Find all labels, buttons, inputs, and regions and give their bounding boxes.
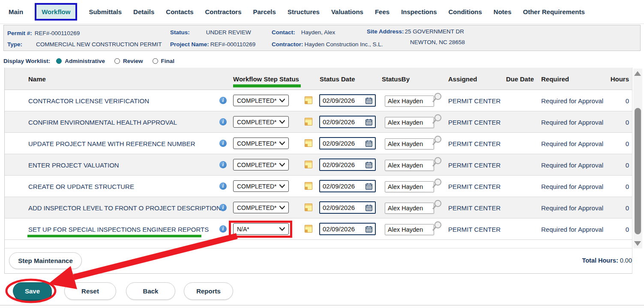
status-by-input[interactable]: Alex Hayden	[385, 160, 434, 171]
calendar-icon[interactable]	[365, 140, 372, 147]
status-date-input[interactable]: 02/09/2026	[319, 201, 376, 214]
tab-parcels[interactable]: Parcels	[253, 8, 276, 15]
info-icon[interactable]: i	[219, 204, 227, 211]
calendar-icon[interactable]	[365, 161, 372, 168]
assigned-value: PERMIT CENTER	[448, 161, 500, 169]
note-icon[interactable]	[305, 161, 312, 168]
note-icon[interactable]	[305, 96, 312, 104]
workflow-step-name: CREATE OR UPDATE STRUCTURE	[28, 183, 134, 190]
header-due-date: Due Date	[506, 75, 534, 83]
workflow-step-name: CONTRACTOR LICENSE VERIFICATION	[28, 97, 149, 105]
calendar-icon[interactable]	[365, 204, 372, 211]
status-date-input[interactable]: 02/09/2026	[319, 223, 376, 235]
search-icon[interactable]	[431, 221, 443, 232]
status-by-input[interactable]: Alex Hayden	[385, 224, 434, 235]
tab-structures[interactable]: Structures	[288, 8, 320, 15]
permit-info-panel: Permit #:REF#-000110269 Type:COMMERCIAL …	[3, 25, 641, 51]
note-icon[interactable]	[305, 225, 312, 233]
radio-button-icon[interactable]	[114, 58, 120, 64]
status-by-input[interactable]: Alex Hayden	[385, 96, 434, 107]
tab-inspections[interactable]: Inspections	[401, 8, 437, 15]
annotation-green-underline-header	[233, 84, 301, 87]
status-by-input[interactable]: Alex Hayden	[385, 138, 434, 150]
note-icon[interactable]	[305, 118, 312, 126]
status-by-input[interactable]: Alex Hayden	[385, 117, 434, 128]
reports-button[interactable]: Reports	[184, 282, 233, 300]
tab-conditions[interactable]: Conditions	[449, 8, 482, 15]
required-value: Required for Approval	[541, 97, 603, 105]
radio-button-icon[interactable]	[153, 58, 158, 64]
site-address-line2: NEWTON, NC 28658	[410, 39, 465, 45]
info-icon[interactable]: i	[219, 97, 227, 104]
back-button[interactable]: Back	[126, 282, 175, 300]
header-status-date: Status Date	[320, 75, 355, 83]
selected-status: COMPLETED*	[237, 161, 277, 168]
info-icon[interactable]: i	[219, 140, 227, 147]
workflow-step-status-select[interactable]: COMPLETED*	[233, 202, 289, 213]
tab-valuations[interactable]: Valuations	[331, 8, 363, 15]
status-date-input[interactable]: 02/09/2026	[319, 116, 376, 128]
status-date-input[interactable]: 02/09/2026	[319, 180, 376, 192]
status-date-input[interactable]: 02/09/2026	[319, 158, 376, 171]
permit-number-label: Permit #:	[7, 30, 32, 36]
workflow-step-status-select[interactable]: COMPLETED*	[233, 180, 289, 192]
scroll-down-icon[interactable]	[634, 241, 641, 246]
workflow-step-status-select[interactable]: COMPLETED*	[233, 138, 289, 149]
workflow-step-status-select[interactable]: COMPLETED*	[233, 159, 289, 170]
status-by-value: Alex Hayden	[388, 183, 423, 190]
required-value: Required for Approval	[541, 204, 603, 212]
scroll-up-icon[interactable]	[634, 71, 641, 76]
calendar-icon[interactable]	[365, 97, 372, 104]
save-button[interactable]: Save	[13, 282, 52, 300]
search-icon[interactable]	[431, 156, 443, 168]
note-icon[interactable]	[305, 139, 312, 147]
info-icon[interactable]: i	[219, 161, 227, 168]
calendar-icon[interactable]	[365, 226, 372, 233]
worklist-radio-administrative[interactable]: Administrative	[56, 58, 105, 64]
calendar-icon[interactable]	[365, 119, 372, 126]
scrollbar-thumb[interactable]	[635, 108, 641, 234]
status-date-input[interactable]: 02/09/2026	[319, 94, 376, 107]
vertical-scrollbar[interactable]	[633, 69, 642, 248]
tab-notes[interactable]: Notes	[494, 8, 512, 15]
worklist-radio-review[interactable]: Review	[114, 58, 143, 64]
tab-contractors[interactable]: Contractors	[205, 8, 241, 15]
tab-main[interactable]: Main	[9, 8, 23, 15]
note-icon[interactable]	[305, 182, 312, 190]
tab-submittals[interactable]: Submittals	[89, 8, 122, 15]
status-date-value: 02/09/2026	[323, 97, 355, 104]
tab-contacts[interactable]: Contacts	[166, 8, 193, 15]
search-icon[interactable]	[431, 114, 443, 125]
reset-button[interactable]: Reset	[64, 282, 116, 300]
note-fold	[305, 165, 308, 168]
worklist-radio-final[interactable]: Final	[153, 58, 175, 64]
tab-fees[interactable]: Fees	[375, 8, 389, 15]
status-date-input[interactable]: 02/09/2026	[319, 137, 376, 150]
search-icon[interactable]	[431, 92, 443, 104]
display-worklist-bar: Display Worklist: Administrative Review …	[3, 56, 184, 66]
note-fold	[305, 230, 308, 232]
info-icon[interactable]: i	[219, 182, 227, 190]
tab-details[interactable]: Details	[133, 8, 154, 15]
status-by-input[interactable]: Alex Hayden	[385, 181, 434, 192]
note-icon[interactable]	[305, 203, 312, 211]
tab-other-requirements[interactable]: Other Requirements	[523, 8, 585, 15]
selected-status: COMPLETED*	[237, 140, 277, 147]
calendar-icon[interactable]	[365, 183, 372, 190]
status-by-input[interactable]: Alex Hayden	[385, 203, 434, 214]
workflow-step-status-select[interactable]: COMPLETED*	[233, 95, 289, 106]
info-icon[interactable]: i	[219, 225, 227, 233]
workflow-step-status-select[interactable]: COMPLETED*	[233, 116, 289, 128]
step-maintenance-button[interactable]: Step Maintenance	[9, 252, 82, 269]
annotation-green-underline	[27, 235, 201, 237]
action-button-bar: Save Reset Back Reports	[0, 282, 644, 300]
radio-button-icon[interactable]	[56, 58, 62, 64]
chevron-down-icon	[279, 99, 285, 102]
search-icon[interactable]	[431, 135, 443, 147]
required-value: Required for Approval	[541, 161, 603, 169]
tab-workflow[interactable]: Workflow	[35, 3, 77, 21]
search-icon[interactable]	[431, 199, 443, 211]
info-icon[interactable]: i	[219, 118, 227, 126]
status-label: Status:	[170, 29, 190, 36]
search-icon[interactable]	[431, 178, 443, 189]
